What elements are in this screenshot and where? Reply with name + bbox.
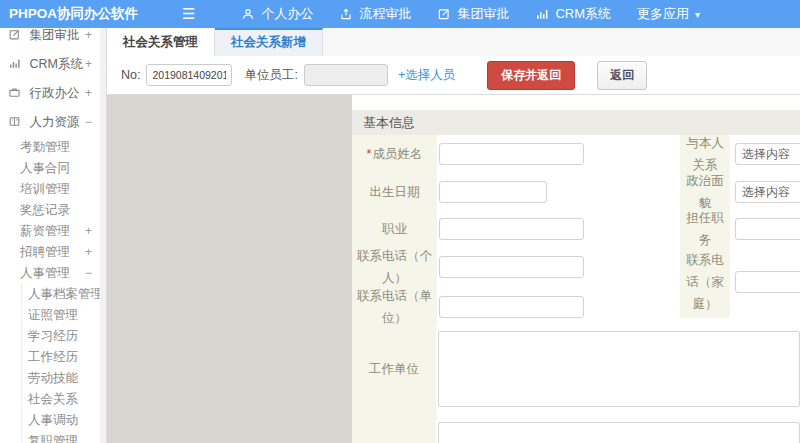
birth-date-label: 出生日期 (352, 173, 437, 211)
field-label-text: 工作单位 (369, 358, 419, 380)
tab-social-relations-manage[interactable]: 社会关系管理 (107, 28, 215, 56)
position-label: 担任职务 (680, 211, 730, 246)
sidebar-item-label: 劳动技能 (28, 371, 78, 385)
sidebar-item-personnel[interactable]: 人事管理− (0, 263, 106, 284)
sidebar: 集团审批 + CRM系统 + 行政办公 + 人力资源 − 考勤管理 人事合同 培… (0, 28, 107, 443)
phone-work-input[interactable] (439, 296, 584, 318)
work-unit-textarea[interactable] (438, 331, 800, 407)
sidebar-item-salary[interactable]: 薪资管理+ (0, 221, 106, 242)
sidebar-item-personnel-files[interactable]: 人事档案管理 (0, 284, 106, 305)
sidebar-item-recruit[interactable]: 招聘管理+ (0, 242, 106, 263)
birth-date-input[interactable] (439, 181, 547, 203)
hamburger-menu-icon[interactable]: ☰ (182, 0, 195, 28)
form-panel: 基本信息 *成员姓名 出生日期 职业 (352, 95, 800, 443)
nav-more-apps[interactable]: 更多应用 ▾ (637, 5, 700, 23)
sidebar-item-label: 奖惩记录 (20, 203, 70, 217)
sidebar-menu: 集团审批 + CRM系统 + 行政办公 + 人力资源 − 考勤管理 人事合同 培… (0, 28, 106, 443)
political-label: 政治面貌 (680, 173, 730, 211)
top-header: PHPOA协同办公软件 ☰ 个人办公 流程审批 集团审批 CRM系统 更多应用 … (0, 0, 800, 28)
relation-label: 与本人关系 (680, 135, 730, 173)
back-button[interactable]: 返回 (597, 61, 647, 90)
position-input[interactable] (735, 218, 800, 240)
sidebar-item-hr[interactable]: 人力资源 − (0, 108, 106, 137)
nav-group-approval[interactable]: 集团审批 (437, 5, 509, 23)
nav-label: 流程审批 (359, 5, 411, 23)
form-row: 出生日期 (352, 173, 680, 211)
expand-icon[interactable]: + (85, 79, 92, 108)
sidebar-item-label: 复职管理 (28, 434, 78, 443)
phone-personal-input[interactable] (439, 256, 584, 278)
sidebar-item-social-relations[interactable]: 社会关系 (0, 389, 106, 410)
sidebar-item-work-experience[interactable]: 工作经历 (0, 347, 106, 368)
sidebar-item-label: 证照管理 (28, 308, 78, 322)
relation-select[interactable]: 选择内容 (735, 143, 800, 165)
employee-input[interactable] (304, 64, 388, 86)
sidebar-item-transfer[interactable]: 人事调动 (0, 410, 106, 431)
sidebar-item-rewards[interactable]: 奖惩记录 (0, 200, 106, 221)
user-icon (241, 7, 255, 21)
nav-personal-office[interactable]: 个人办公 (241, 5, 313, 23)
sidebar-item-education[interactable]: 学习经历 (0, 326, 106, 347)
required-asterisk: * (367, 143, 372, 165)
form-fullwidth-rows: 工作单位 (352, 325, 800, 443)
form-row: 联系电话（个人） (352, 246, 680, 288)
select-person-link[interactable]: +选择人员 (398, 67, 455, 84)
book-icon (8, 115, 21, 128)
nav-label: 集团审批 (457, 5, 509, 23)
edit-square-icon (8, 28, 21, 41)
phone-work-label: 联系电话（单位） (352, 288, 437, 325)
tab-social-relations-add[interactable]: 社会关系新增 (215, 28, 323, 56)
form-row: 工作单位 (352, 325, 800, 413)
record-no-input[interactable] (146, 64, 232, 86)
phone-personal-label: 联系电话（个人） (352, 246, 437, 288)
no-label: No: (121, 68, 140, 82)
sidebar-item-group-approval[interactable]: 集团审批 + (0, 28, 106, 50)
save-and-return-button[interactable]: 保存并返回 (487, 61, 575, 90)
sidebar-item-attendance[interactable]: 考勤管理 (0, 137, 106, 158)
political-select[interactable]: 选择内容 (735, 181, 800, 203)
next-field-textarea[interactable] (438, 422, 800, 443)
form-row: *成员姓名 (352, 135, 680, 173)
field-label-text: 出生日期 (370, 181, 420, 203)
nav-crm-system[interactable]: CRM系统 (535, 5, 611, 23)
form-row: 与本人关系 选择内容 (680, 135, 800, 173)
sidebar-item-label: CRM系统 (29, 57, 82, 71)
basic-info-form: *成员姓名 出生日期 职业 联系电话（个人） (352, 135, 800, 443)
form-row: 联系电话（单位） (352, 288, 680, 325)
content-area: 基本信息 *成员姓名 出生日期 职业 (107, 95, 800, 443)
sidebar-item-training[interactable]: 培训管理 (0, 179, 106, 200)
nav-process-approval[interactable]: 流程审批 (339, 5, 411, 23)
field-label-text: 担任职务 (684, 207, 726, 251)
member-name-label: *成员姓名 (352, 135, 437, 173)
form-row-gap (352, 413, 800, 420)
sidebar-item-label: 薪资管理 (20, 224, 70, 238)
form-left-column: *成员姓名 出生日期 职业 联系电话（个人） (352, 135, 680, 325)
sidebar-item-label: 培训管理 (20, 182, 70, 196)
tab-bar: 社会关系管理 社会关系新增 (107, 28, 800, 57)
bar-chart-icon (535, 7, 549, 21)
bar-chart-icon (8, 57, 21, 70)
sidebar-item-hr-contract[interactable]: 人事合同 (0, 158, 106, 179)
collapse-icon[interactable]: − (85, 108, 92, 137)
sidebar-scrollbar[interactable] (100, 28, 106, 443)
form-row (352, 420, 800, 443)
flow-approval-icon (339, 7, 353, 21)
sidebar-item-admin-office[interactable]: 行政办公 + (0, 79, 106, 108)
member-name-input[interactable] (439, 143, 584, 165)
collapse-icon[interactable]: − (85, 263, 92, 284)
sidebar-item-certificates[interactable]: 证照管理 (0, 305, 106, 326)
sidebar-item-label: 社会关系 (28, 392, 78, 406)
form-row: 联系电话（家庭） (680, 246, 800, 318)
expand-icon[interactable]: + (85, 28, 92, 50)
sidebar-item-skills[interactable]: 劳动技能 (0, 368, 106, 389)
sidebar-item-crm[interactable]: CRM系统 + (0, 50, 106, 79)
expand-icon[interactable]: + (85, 242, 92, 263)
occupation-input[interactable] (439, 218, 584, 240)
expand-icon[interactable]: + (85, 221, 92, 242)
nav-label: 个人办公 (261, 5, 313, 23)
phone-family-input[interactable] (735, 271, 800, 293)
sidebar-item-reinstatement[interactable]: 复职管理 (0, 431, 106, 443)
form-row: 政治面貌 选择内容 (680, 173, 800, 211)
expand-icon[interactable]: + (85, 50, 92, 79)
sidebar-item-label: 招聘管理 (20, 245, 70, 259)
